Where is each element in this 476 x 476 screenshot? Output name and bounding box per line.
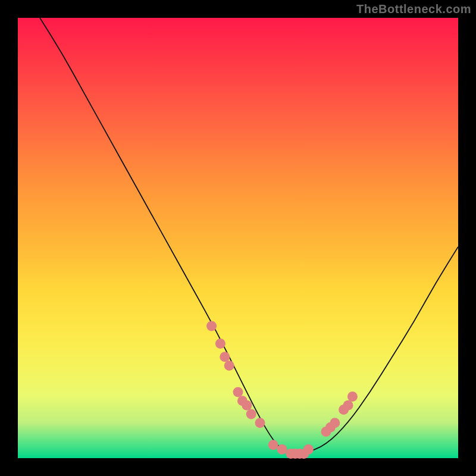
marker-dot	[246, 409, 256, 419]
marker-dot	[224, 361, 234, 371]
marker-dot	[303, 444, 314, 455]
chart-frame: TheBottleneck.com	[0, 0, 476, 476]
marker-dot	[242, 400, 252, 411]
marker-dot	[255, 418, 265, 428]
marker-dot	[277, 444, 287, 455]
plot-area	[18, 18, 458, 458]
watermark-text: TheBottleneck.com	[356, 2, 471, 16]
marker-dot	[233, 387, 243, 397]
marker-dot	[330, 418, 340, 428]
chart-svg	[18, 18, 458, 458]
marker-dot	[347, 392, 358, 402]
marker-dot	[343, 400, 353, 411]
marker-dot	[215, 339, 226, 349]
marker-group	[206, 321, 358, 459]
bottleneck-curve	[40, 18, 458, 454]
marker-dot	[206, 321, 217, 331]
marker-dot	[220, 352, 230, 362]
marker-dot	[268, 440, 278, 450]
